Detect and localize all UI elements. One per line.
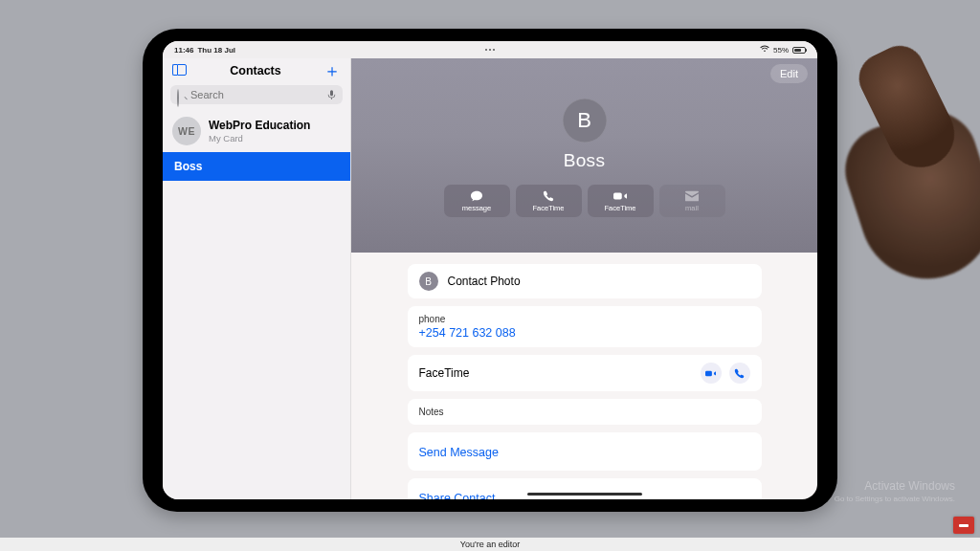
- my-card-sub: My Card: [209, 133, 310, 143]
- facetime-label: FaceTime: [419, 366, 470, 380]
- search-field[interactable]: [170, 85, 343, 104]
- mail-icon: [685, 190, 699, 202]
- video-icon: [705, 368, 716, 379]
- contact-row-selected[interactable]: Boss: [163, 152, 350, 181]
- message-action-button[interactable]: message: [444, 185, 510, 217]
- send-message-row[interactable]: Send Message: [408, 432, 762, 471]
- dictation-icon[interactable]: [327, 90, 336, 100]
- search-icon: [177, 90, 186, 100]
- sidebar-toggle-icon[interactable]: [172, 64, 188, 77]
- facetime-video-action-button[interactable]: FaceTime: [588, 185, 654, 217]
- add-contact-button[interactable]: ＋: [323, 64, 341, 77]
- recorder-badge-icon: [953, 517, 974, 534]
- windows-activation-watermark: Activate Windows Go to Settings to activ…: [835, 479, 955, 503]
- facetime-card: FaceTime: [408, 355, 762, 391]
- phone-icon: [734, 368, 745, 379]
- phone-icon: [542, 190, 555, 202]
- status-time: 11:46: [174, 46, 193, 55]
- contact-photo-label: Contact Photo: [448, 275, 521, 288]
- edit-button[interactable]: Edit: [770, 64, 808, 83]
- facetime-video-button[interactable]: [701, 363, 722, 384]
- facetime-audio-button[interactable]: [729, 363, 750, 384]
- phone-number[interactable]: +254 721 632 088: [419, 326, 750, 340]
- contact-row-label: Boss: [174, 160, 202, 173]
- mail-action-button: mail: [659, 185, 725, 217]
- video-icon: [613, 190, 627, 202]
- contact-photo-avatar: B: [419, 272, 438, 291]
- status-bar: 11:46 Thu 18 Jul 55%: [163, 41, 817, 58]
- my-card-name: WebPro Education: [209, 119, 310, 132]
- contact-hero: Edit B Boss message FaceTime: [351, 58, 817, 253]
- notes-label: Notes: [419, 407, 750, 417]
- sidebar-title: Contacts: [230, 64, 280, 77]
- phone-card[interactable]: phone +254 721 632 088: [408, 306, 762, 347]
- phone-field-label: phone: [419, 314, 750, 324]
- my-card-row[interactable]: WE WebPro Education My Card: [163, 110, 350, 152]
- home-indicator[interactable]: [527, 493, 642, 496]
- notes-card[interactable]: Notes: [408, 399, 762, 425]
- ipad-screen: 11:46 Thu 18 Jul 55% Contacts ＋: [163, 41, 817, 499]
- ipad-device-frame: 11:46 Thu 18 Jul 55% Contacts ＋: [143, 29, 837, 512]
- wifi-icon: [760, 45, 769, 55]
- contact-photo-row[interactable]: B Contact Photo: [408, 264, 762, 298]
- share-contact-row[interactable]: Share Contact: [408, 478, 762, 499]
- status-date: Thu 18 Jul: [197, 46, 235, 55]
- contacts-sidebar: Contacts ＋ WE WebPro Education My Card: [163, 58, 351, 499]
- my-card-avatar: WE: [172, 117, 201, 145]
- search-input[interactable]: [190, 89, 323, 100]
- contact-name: Boss: [564, 150, 605, 171]
- battery-icon: [792, 47, 806, 54]
- contact-avatar[interactable]: B: [563, 99, 607, 143]
- editor-footer: You're an editor: [0, 538, 980, 551]
- multitask-dots-icon[interactable]: [485, 49, 495, 51]
- contact-detail-pane: Edit B Boss message FaceTime: [351, 58, 817, 499]
- facetime-audio-action-button[interactable]: FaceTime: [516, 185, 582, 217]
- message-icon: [470, 190, 483, 202]
- battery-pct: 55%: [773, 46, 789, 55]
